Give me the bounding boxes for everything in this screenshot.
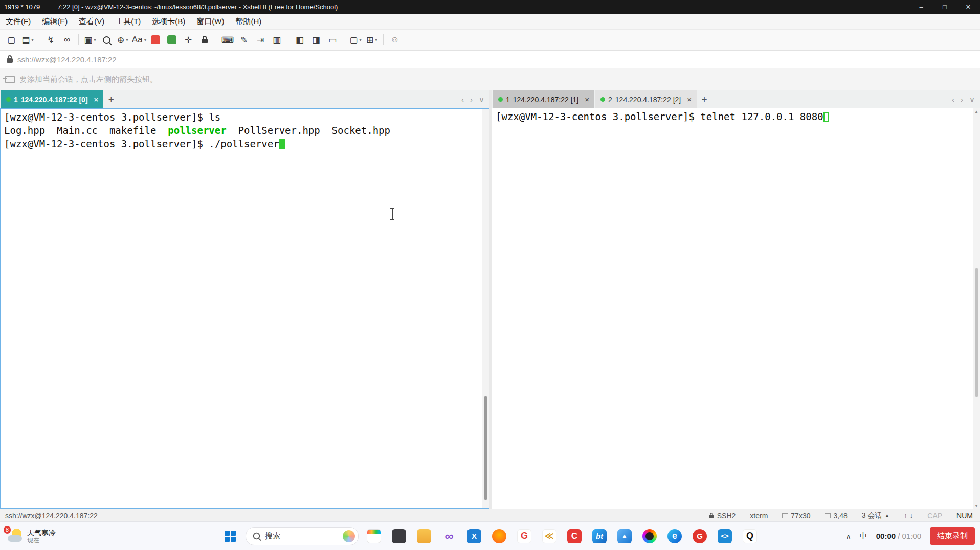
dark-app-icon[interactable] [389, 526, 409, 546]
left-pane: 1 124.220.4.187:22 [0] × + ‹ › ∨ [wzx@VM… [0, 90, 489, 509]
tab-session-2[interactable]: 2 124.220.4.187:22 [2] × [595, 90, 697, 108]
smiley-icon: ☺ [390, 35, 399, 45]
terminal-type: xterm [750, 512, 768, 520]
scroll-tabs-left-icon[interactable]: ‹ [461, 95, 464, 104]
c-red-app-icon[interactable]: C [565, 526, 584, 546]
split-vertical-button[interactable]: ◨ [308, 32, 324, 48]
start-button[interactable] [220, 526, 240, 546]
visual-studio-icon[interactable]: ∞ [439, 526, 459, 546]
sessions-expand-icon[interactable]: ▲ [884, 513, 889, 518]
address-bar[interactable]: ssh://wzx@124.220.4.187:22 [0, 51, 980, 68]
scroll-down-icon[interactable]: ▾ [973, 503, 979, 508]
new-tab-button[interactable]: + [103, 90, 119, 108]
encoding-button[interactable]: ⊕▾ [115, 32, 130, 48]
xftp-button[interactable] [164, 32, 180, 48]
blue-x-app-icon[interactable]: X [464, 526, 484, 546]
new-session-button[interactable]: ▢ [4, 32, 19, 48]
fullscreen-button[interactable]: ✛ [181, 32, 196, 48]
right-terminal[interactable]: [wzx@VM-12-3-centos 3.pollserver]$ telne… [492, 108, 973, 509]
flame-app-icon[interactable] [489, 526, 509, 546]
bt-app-icon[interactable]: bt [590, 526, 609, 546]
flame-icon [492, 529, 506, 543]
menu-item-tabs[interactable]: 选项卡(B) [146, 17, 191, 27]
split-horizontal-button[interactable]: ◧ [292, 32, 307, 48]
tab-layout-button[interactable]: ▢▾ [348, 32, 363, 48]
help-button[interactable]: ☺ [387, 32, 403, 48]
dark-square-icon [392, 529, 406, 543]
scroll-tabs-right-icon[interactable]: › [961, 95, 963, 104]
lock-screen-button[interactable] [197, 32, 212, 48]
find-button[interactable] [99, 32, 114, 48]
taskbar-search[interactable]: 搜索 [246, 527, 359, 545]
log-button[interactable]: ▥ [269, 32, 284, 48]
x-letter-icon: X [467, 529, 481, 543]
left-terminal[interactable]: [wzx@VM-12-3-centos 3.pollserver]$ ls Lo… [1, 109, 482, 508]
tray-expand-icon[interactable]: ∧ [846, 532, 851, 540]
edit-button[interactable]: ✎ [236, 32, 252, 48]
menu-item-help[interactable]: 帮助(H) [230, 17, 267, 27]
edge-browser-icon[interactable]: e [665, 526, 684, 546]
scroll-indicators[interactable]: ↑↓ [904, 512, 913, 519]
grid-layout-button[interactable]: ⊞▾ [364, 32, 380, 48]
session-count[interactable]: 3 会话▲ [862, 511, 890, 520]
minimize-button[interactable]: – [909, 0, 933, 14]
tab-menu-icon[interactable]: ∨ [479, 95, 484, 104]
scroll-tabs-right-icon[interactable]: › [470, 95, 473, 104]
scroll-tabs-left-icon[interactable]: ‹ [952, 95, 954, 104]
scrollbar-thumb[interactable] [975, 268, 978, 397]
taskbar-center-icons: 搜索 ∞ X G ≪ C bt ▲ e G <> Q [220, 526, 760, 546]
search-highlight-icon[interactable] [343, 530, 355, 542]
tab-session-1[interactable]: 1 124.220.4.187:22 [1] × [493, 90, 594, 108]
scrollbar-thumb[interactable] [484, 396, 487, 500]
red-circle-g-app-icon[interactable]: G [690, 526, 709, 546]
maximize-button[interactable]: □ [933, 0, 956, 14]
ssl-lock-icon [7, 58, 13, 63]
terminal-size-value: 77x30 [791, 512, 810, 520]
keyboard-icon: ⌨ [221, 35, 234, 45]
clapperboard-app-icon[interactable] [364, 526, 384, 546]
left-terminal-scrollbar[interactable] [482, 109, 489, 508]
weather-widget[interactable]: 8 天气寒冷 现在 [3, 526, 60, 546]
menu-item-window[interactable]: 窗口(W) [191, 17, 230, 27]
import-icon: ⇥ [257, 35, 264, 45]
right-terminal-scrollbar[interactable]: ▴ ▾ [973, 108, 980, 509]
compose-button[interactable]: ▭ [325, 32, 340, 48]
split-vertical-icon: ◨ [312, 35, 320, 45]
font-icon: Aa [132, 35, 143, 45]
scroll-up-icon[interactable]: ▴ [973, 109, 979, 114]
import-button[interactable]: ⇥ [253, 32, 268, 48]
new-session-icon: ▢ [7, 35, 15, 45]
gold-arrow-icon: ≪ [542, 529, 556, 543]
duplicate-session-button[interactable]: ▣▾ [82, 32, 98, 48]
file-explorer-icon[interactable] [414, 526, 434, 546]
gold-arrow-app-icon[interactable]: ≪ [540, 526, 559, 546]
colorful-round-app-icon[interactable] [640, 526, 659, 546]
menu-item-tools[interactable]: 工具(T) [110, 17, 146, 27]
font-button[interactable]: Aa▾ [131, 32, 147, 48]
open-session-button[interactable]: ▤▾ [20, 32, 35, 48]
disconnect-button[interactable]: ↯ [43, 32, 58, 48]
ime-indicator[interactable]: 中 [860, 531, 867, 541]
xagent-button[interactable] [148, 32, 163, 48]
close-tab-icon[interactable]: × [585, 95, 589, 104]
close-button[interactable]: ✕ [956, 0, 980, 14]
tab-menu-icon[interactable]: ∨ [969, 95, 975, 104]
menu-item-edit[interactable]: 编辑(E) [36, 17, 73, 27]
vscode-icon[interactable]: <> [715, 526, 734, 546]
qq-icon[interactable]: Q [740, 526, 760, 546]
close-tab-icon[interactable]: × [94, 95, 99, 104]
photos-app-icon[interactable]: ▲ [615, 526, 634, 546]
menu-item-file[interactable]: 文件(F) [0, 17, 36, 27]
status-right-group: SSH2 xterm 77x30 3,48 3 会话▲ ↑↓ CAP NUM [708, 511, 973, 520]
keyboard-button[interactable]: ⌨ [220, 32, 235, 48]
reconnect-button[interactable]: ∞ [59, 32, 75, 48]
arrow-up-icon[interactable]: ↑ [904, 512, 907, 519]
stop-recording-button[interactable]: 结束录制 [930, 527, 975, 545]
arrow-down-icon[interactable]: ↓ [910, 512, 914, 519]
log-icon: ▥ [273, 35, 281, 45]
new-tab-button[interactable]: + [697, 90, 712, 108]
tab-session-0[interactable]: 1 124.220.4.187:22 [0] × [1, 90, 103, 108]
menu-item-view[interactable]: 查看(V) [73, 17, 110, 27]
close-tab-icon[interactable]: × [687, 95, 692, 104]
g-red-letter-app-icon[interactable]: G [515, 526, 534, 546]
